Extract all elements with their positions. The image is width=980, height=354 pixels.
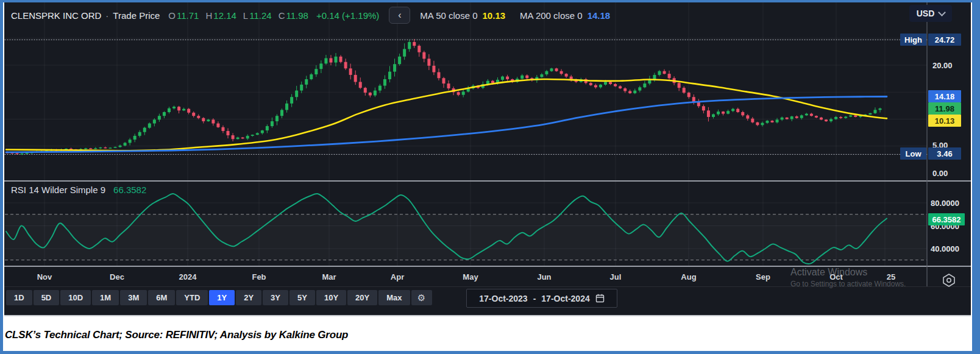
time-axis-label: Jun (537, 272, 551, 281)
currency-label: USD (917, 9, 935, 18)
range-button-3m[interactable]: 3M (120, 290, 147, 305)
collapse-indicators-button[interactable]: ‹ (389, 7, 410, 24)
ohlc-value: 11.71 (177, 10, 199, 21)
rsi-current-value: 66.3582 (113, 185, 146, 195)
range-button-5y[interactable]: 5Y (289, 290, 315, 305)
ohlc-value: 12.14 (213, 10, 236, 21)
time-axis-label: Aug (681, 272, 696, 281)
time-axis-label: Oct (829, 272, 843, 281)
ohlc-pair: L11.24 (243, 10, 272, 21)
time-axis-label: 2024 (179, 272, 197, 281)
time-axis-label: 25 (887, 272, 895, 281)
time-axis-label: Mar (322, 272, 336, 281)
range-button-1d[interactable]: 1D (6, 290, 32, 305)
range-button-1m[interactable]: 1M (92, 290, 119, 305)
time-axis-label: Feb (252, 272, 266, 281)
header-separator-dot: · (105, 10, 108, 21)
frame-border-right (972, 0, 980, 354)
ma200-label: MA 200 close 0 (520, 10, 583, 21)
time-axis-label: Dec (110, 272, 124, 281)
change-value: +0.14 (+1.19%) (316, 10, 379, 21)
time-axis-label: Apr (391, 272, 404, 281)
ohlc-pair: O11.71 (168, 10, 199, 21)
ma200-value: 14.18 (588, 10, 611, 21)
ohlc-value: 11.24 (249, 10, 271, 21)
date-range-picker[interactable]: 17-Oct-2023 - 17-Oct-2024 (466, 289, 617, 308)
range-button-3y[interactable]: 3Y (263, 290, 288, 305)
ohlc-values: O11.71H12.14L11.24C11.98 (168, 10, 315, 21)
rsi-axis-label: 80.0000 (931, 199, 959, 208)
ma200-price-badge: 14.18 (928, 90, 961, 102)
range-button-10d[interactable]: 10D (60, 290, 91, 305)
ma50-price-badge: 10.13 (928, 115, 961, 127)
time-axis-label: Jul (610, 272, 622, 281)
rsi-title: RSI 14 Wilder Simple 9 (11, 185, 105, 195)
ohlc-key: L (243, 10, 248, 21)
low-tag: Low (900, 147, 926, 160)
high-tag: High (900, 34, 926, 46)
trading-chart-screenshot: CLENSPRK INC ORD · Trade Price O11.71H12… (0, 0, 980, 354)
time-axis-label: May (463, 272, 478, 281)
range-button-10y[interactable]: 10Y (316, 290, 346, 305)
range-button-max[interactable]: Max (378, 290, 410, 305)
chevron-left-icon: ‹ (398, 10, 401, 21)
range-toolbar: 1D5D10D1M3M6MYTD1Y2Y3Y5Y10Y20YMax⚙ (6, 290, 432, 305)
ohlc-key: C (279, 10, 285, 21)
ohlc-pair: H12.14 (205, 10, 236, 21)
axis-settings-icon[interactable] (941, 273, 957, 288)
ohlc-key: O (168, 10, 176, 21)
currency-dropdown[interactable]: USD (909, 5, 952, 22)
range-button-2y[interactable]: 2Y (236, 290, 261, 305)
ma50-label: MA 50 close 0 (420, 10, 477, 21)
range-button-1y[interactable]: 1Y (209, 290, 235, 305)
symbol-name: CLENSPRK INC ORD (11, 10, 101, 21)
chart-bottom-divider (4, 315, 971, 316)
ma50-value: 10.13 (483, 10, 506, 21)
price-axis-label: 20.00 (932, 61, 953, 70)
last-price-badge: 11.98 (928, 102, 961, 115)
chart-caption: CLSK’s Technical Chart; Source: REFINITI… (5, 329, 348, 341)
range-button-5d[interactable]: 5D (34, 290, 60, 305)
ohlc-value: 11.98 (286, 10, 308, 21)
frame-border-bottom (0, 351, 980, 354)
time-axis-label: Sep (756, 272, 770, 281)
date-separator: - (533, 294, 536, 303)
rsi-value-badge: 66.3582 (928, 213, 965, 225)
range-button-ytd[interactable]: YTD (176, 290, 208, 305)
date-to: 17-Oct-2024 (541, 294, 589, 303)
date-from: 17-Oct-2023 (479, 294, 527, 303)
high-value-badge: 24.72 (928, 34, 961, 46)
ohlc-pair: C11.98 (279, 10, 308, 21)
price-axis-label: 0.00 (932, 169, 948, 178)
range-button-20y[interactable]: 20Y (347, 290, 377, 305)
series-type-label: Trade Price (113, 10, 160, 21)
rsi-header: RSI 14 Wilder Simple 9 66.3582 (11, 185, 146, 195)
ohlc-key: H (205, 10, 212, 21)
range-button-6m[interactable]: 6M (148, 290, 175, 305)
frame-border-left (0, 0, 3, 354)
rsi-axis-label: 40.0000 (931, 244, 959, 253)
gear-icon[interactable]: ⚙ (411, 290, 432, 305)
chevron-down-icon (938, 9, 946, 16)
time-axis-label: Nov (37, 272, 52, 281)
calendar-icon (595, 294, 605, 303)
chart-canvas[interactable] (4, 2, 971, 315)
chart-header: CLENSPRK INC ORD · Trade Price O11.71H12… (11, 8, 610, 23)
low-value-badge: 3.46 (928, 147, 961, 160)
frame-border-top (0, 0, 980, 2)
